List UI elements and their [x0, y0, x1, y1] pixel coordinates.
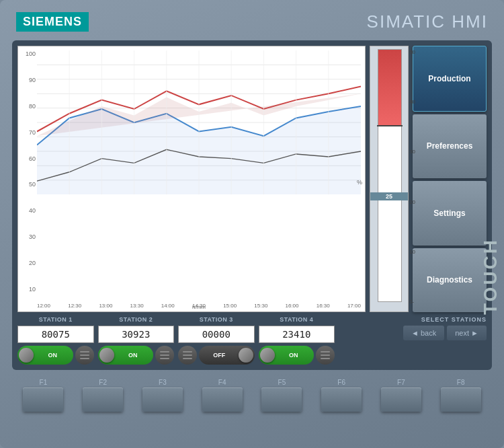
fkey-f6-label: F6: [337, 379, 345, 386]
fkey-f7-group: F7: [381, 379, 421, 412]
fkey-f3-label: F3: [159, 379, 167, 386]
next-button[interactable]: next ►: [447, 326, 487, 340]
fkey-f4-button[interactable]: [202, 387, 243, 412]
nav-arrows: ◄ back next ►: [403, 326, 487, 340]
chart-panel: 100 90 80 70 60 50 40 30 20 10: [17, 46, 366, 312]
nav-btn-production[interactable]: Production: [413, 46, 487, 112]
station-1-label: STATION 1: [39, 316, 73, 323]
siemens-logo: SIEMENS: [16, 12, 89, 32]
station-1-block: STATION 1 80075 ON: [17, 316, 94, 365]
station-2-label: STATION 2: [119, 316, 153, 323]
station-1-grip[interactable]: [75, 346, 94, 365]
fkey-f2-label: F2: [99, 379, 107, 386]
gauge-scale: [378, 49, 402, 302]
gauge-fill: [378, 50, 401, 125]
nav-btn-diagnostics[interactable]: Diagnostics: [413, 248, 487, 313]
fkey-f1-button[interactable]: [23, 387, 63, 412]
gauge-labels: 50 40 30 20 10 0-: [409, 49, 415, 305]
chart-x-axis: 12:00 12:30 13:00 13:30 14:00 14:30 15:0…: [37, 303, 361, 309]
station-1-status: ON: [34, 352, 72, 359]
fkey-f7-label: F7: [397, 379, 405, 386]
station-2-status: ON: [114, 352, 153, 359]
chart-y-axis: 100 90 80 70 60 50 40 30 20 10: [22, 50, 36, 293]
station-4-knob: [260, 348, 275, 363]
fkey-f8-label: F8: [457, 379, 465, 386]
fkey-f6-group: F6: [321, 379, 362, 412]
station-3-label: STATION 3: [200, 316, 233, 323]
nav-buttons: Production Preferences Settings Diagnost…: [413, 46, 487, 312]
gauge-panel: 50 40 30 20 10 0- 25: [370, 46, 409, 312]
fkey-f4-label: F4: [218, 379, 226, 386]
fkeys-row: F1 F2 F3 F4 F5 F6 F7 F8: [0, 370, 504, 417]
station-1-controls: ON: [17, 346, 94, 365]
fkey-f3-group: F3: [142, 379, 183, 412]
top-bar: SIEMENS SIMATIC HMI: [0, 0, 504, 40]
chart-percent: %: [357, 179, 362, 186]
gauge-marker-50: [377, 125, 403, 126]
fkey-f1-label: F1: [40, 379, 48, 386]
station-2-grip[interactable]: [155, 346, 174, 365]
gauge-value-badge: 25: [370, 192, 408, 200]
station-3-controls: OFF: [178, 346, 255, 365]
select-stations-label: SELECT STATIONS: [421, 316, 487, 323]
simatic-title: SIMATIC HMI: [367, 11, 488, 32]
station-4-toggle[interactable]: ON: [259, 346, 314, 365]
x-unit-label: h/mm: [192, 304, 206, 310]
station-3-value: 00000: [178, 326, 255, 343]
fkey-f2-button[interactable]: [83, 387, 123, 412]
touch-label: TOUCH: [480, 46, 501, 315]
station-3-status: OFF: [200, 352, 239, 359]
fkey-f7-button[interactable]: [381, 387, 421, 412]
fkey-f5-group: F5: [261, 379, 302, 412]
fkey-f5-label: F5: [278, 379, 286, 386]
fkey-f6-button[interactable]: [321, 387, 362, 412]
nav-btn-preferences[interactable]: Preferences: [413, 114, 487, 179]
station-4-grip[interactable]: [316, 346, 335, 365]
station-1-value: 80075: [17, 326, 94, 343]
station-4-controls: ON: [259, 346, 335, 365]
station-4-label: STATION 4: [280, 316, 313, 323]
station-4-block: STATION 4 23410 ON: [259, 316, 335, 365]
station-3-block: STATION 3 00000 OFF: [178, 316, 255, 365]
station-1-toggle[interactable]: ON: [17, 346, 73, 365]
nav-btn-settings[interactable]: Settings: [413, 181, 487, 246]
fkey-f8-button[interactable]: [441, 387, 481, 412]
back-button[interactable]: ◄ back: [403, 326, 444, 340]
chart-svg: [37, 50, 361, 194]
fkey-f5-button[interactable]: [261, 387, 302, 412]
fkey-f1-group: F1: [23, 379, 63, 412]
select-stations: SELECT STATIONS ◄ back next ►: [339, 316, 487, 340]
station-3-knob: [239, 348, 253, 363]
station-2-toggle[interactable]: ON: [98, 346, 154, 365]
stations-row: STATION 1 80075 ON STATION 2: [17, 316, 487, 365]
screen-area: 100 90 80 70 60 50 40 30 20 10: [12, 40, 492, 370]
station-2-value: 30923: [98, 326, 175, 343]
screen-content: 100 90 80 70 60 50 40 30 20 10: [17, 46, 487, 312]
station-1-knob: [19, 348, 34, 363]
station-4-status: ON: [275, 352, 313, 359]
station-3-toggle[interactable]: OFF: [199, 346, 255, 365]
station-2-controls: ON: [98, 346, 175, 365]
device-frame: SIEMENS SIMATIC HMI 100 90 80 70 60 50 4…: [0, 0, 504, 448]
fkey-f2-group: F2: [83, 379, 123, 412]
fkey-f4-group: F4: [202, 379, 243, 412]
fkey-f3-button[interactable]: [142, 387, 183, 412]
station-3-grip-left[interactable]: [178, 346, 197, 365]
fkey-f8-group: F8: [441, 379, 481, 412]
station-2-block: STATION 2 30923 ON: [98, 316, 175, 365]
station-4-value: 23410: [259, 326, 335, 343]
station-2-knob: [99, 348, 114, 363]
